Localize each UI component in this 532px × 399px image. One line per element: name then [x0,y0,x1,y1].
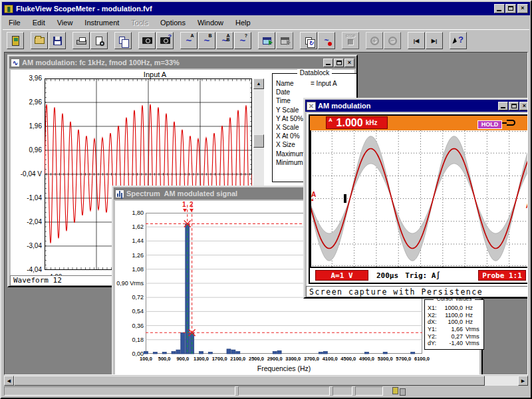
waveform-query-button[interactable]: ~? [234,32,251,49]
datablock-row: Name= Input A [273,79,356,88]
waveform-maximize-button[interactable] [334,59,344,67]
instrument-connection-icon [392,387,406,394]
waveform-minimize-button[interactable] [323,59,333,67]
cursor-value-row: dY:-1,40Vrms [425,340,483,347]
scope-window-icon: ✕ [307,102,316,110]
zoom-in-icon: + [370,37,379,45]
scope-minimize-button[interactable] [498,102,508,110]
cursor-value-row: Y2:0,27Vrms [425,332,483,340]
scope-caption: Screen capture with Persistence [306,286,528,297]
camera-button[interactable] [138,32,156,49]
scope-header-band: A 1.000 kHz HOLD [310,116,528,130]
record-button[interactable]: ~ [318,32,335,49]
cursor-2-marker[interactable]: 2 [190,201,194,208]
menu-item-help[interactable]: Help [229,17,257,28]
next-screen-button[interactable]: ▶| [426,32,443,49]
print-button[interactable] [72,32,90,49]
menu-item-view[interactable]: View [51,17,79,28]
waveform-y-tick-label: 2,96 [11,98,42,106]
scope-capture-window: ✕ AM modulation × A 1.000 kHz HOLD [303,98,528,299]
scroll-up-button[interactable]: ▲ [253,78,264,89]
prev-screen-button[interactable]: |◀ [408,32,425,49]
cursor-value-row: Y1:1,66Vrms [425,326,483,333]
trigger-label: Trig: A∫ [405,271,440,280]
print-icon [76,40,86,45]
h-scroll-thumb[interactable] [14,376,485,386]
camera-query-button[interactable]: ? [156,32,174,49]
cursor-1-arrow-icon [183,209,187,212]
status-bar [3,386,529,396]
waveform-window-titlebar[interactable]: ∿ AM modulation: fc 1kHz, fmod 100Hz, m=… [9,57,356,68]
zoom-out-icon: − [388,37,397,45]
menu-item-instrument[interactable]: Instrument [78,17,125,28]
flukeview-app-window: ▮ FlukeView ScopeMeter - modulation.fvf … [0,0,532,399]
scroll-left-button[interactable]: ◀ [4,376,14,386]
close-button[interactable]: × [517,4,528,13]
window-export-button[interactable] [258,32,275,49]
cursor-2-arrow-icon [190,209,194,212]
spectrum-y-tick-label: 0,54 [113,308,144,315]
waveform-b-button[interactable]: ~B [198,32,215,49]
spectrum-y-tick-label: 0,90 Vrms [113,280,144,287]
cursor-values-panel: Cursor Values X1:1000,0HzX2:1100,0HzdX:1… [424,299,484,350]
spectrum-x-axis-title: Frequencies (Hz) [217,364,350,372]
frequency-reading-badge: A 1.000 kHz [326,116,388,129]
scopemeter-button[interactable] [7,32,24,49]
scroll-right-button[interactable]: ▶ [518,376,528,386]
workspace-h-scrollbar[interactable]: ◀ ▶ [4,376,528,386]
waveform-a-icon: ~ [186,37,192,44]
zoom-in-button: + [366,32,383,49]
menu-item-file[interactable]: File [3,17,27,28]
datablock-row: Date [273,88,356,96]
scope-maximize-button[interactable] [509,102,519,110]
waveform-series-label: Input A [102,70,208,78]
cursor-value-row: X2:1100,0Hz [425,312,483,319]
frequency-unit: kHz [366,119,378,126]
scope-close-button[interactable]: × [519,102,528,110]
power-plug-icon [507,120,515,126]
scope-readout-bar: A=1 V 200µs Trig: A∫ Probe 1:1 [310,267,528,283]
menu-item-options[interactable]: Options [154,17,192,28]
scope-window-titlebar[interactable]: ✕ AM modulation × [305,100,528,112]
save-button[interactable] [49,32,66,49]
spectrum-y-tick-label: 1,80 [113,209,144,216]
copy-button[interactable] [114,32,132,49]
waveform-ab-button[interactable]: ~A B [216,32,233,49]
scroll-thumb[interactable] [253,134,264,148]
trace-a-right-marker: A [526,203,528,209]
cursor-1-marker[interactable]: 1 [182,201,186,208]
spectrum-x-tick-label: 6100,0 [410,356,434,362]
status-panel-info [238,386,330,396]
replay-screens-button[interactable] [300,32,317,49]
menu-item-edit[interactable]: Edit [27,17,51,28]
waveform-a-button[interactable]: ~A [180,32,198,49]
print-preview-button[interactable] [90,32,108,49]
help-pointer-icon [452,37,458,45]
app-titlebar[interactable]: ▮ FlukeView ScopeMeter - modulation.fvf … [2,2,530,15]
window-export-disabled-icon [281,37,289,45]
waveform-y-tick-label: -1,04 [11,194,42,201]
open-button[interactable] [31,32,48,49]
spectrum-y-tick-label: 0,18 [113,336,144,343]
app-icon: ▮ [4,5,13,13]
waveform-y-tick-label: -0,04 V [11,170,42,178]
menubar: FileEditViewInstrumentToolsOptionsWindow… [3,16,529,29]
open-icon [35,37,45,44]
spectrum-y-tick-label: 0,72 [113,294,144,301]
camera-icon [142,37,152,44]
waveform-window-icon: ∿ [11,59,20,67]
maximize-button[interactable] [505,4,516,13]
scopemeter-icon [12,36,19,46]
zoom-out-button: − [384,32,401,49]
spectrum-y-tick-label: 1,26 [113,252,144,259]
next-screen-icon: ▶| [432,38,437,44]
minimize-button[interactable] [494,4,505,13]
waveform-close-button[interactable]: × [344,59,354,67]
help-pointer-button[interactable]: ? [450,32,467,49]
spectrum-y-tick-label: 1,62 [113,223,144,230]
waveform-query-icon: ~ [240,37,246,44]
stop-button: STOP [342,32,359,49]
timebase-label: 200µs [376,271,398,280]
menu-item-window[interactable]: Window [192,17,229,28]
cursor-value-row: X1:1000,0Hz [425,305,483,312]
